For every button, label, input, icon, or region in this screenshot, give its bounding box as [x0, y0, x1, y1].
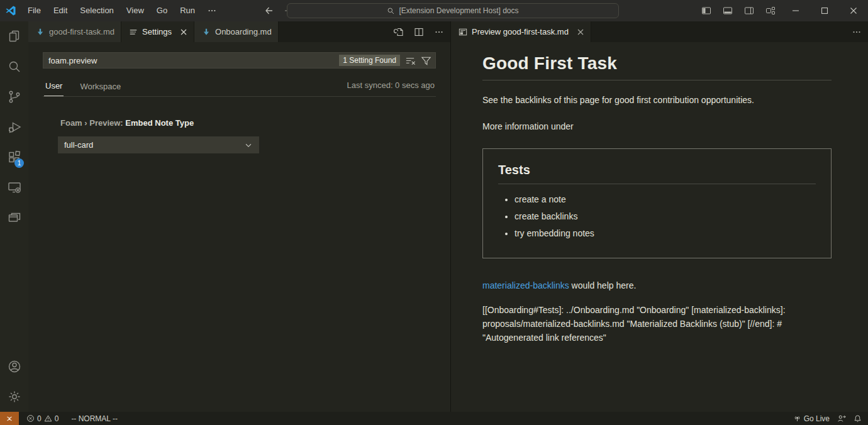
errors-icon — [26, 414, 35, 422]
tab-preview-good-first-task[interactable]: Preview good-first-task.md — [451, 21, 591, 42]
menu-run[interactable]: Run — [174, 3, 201, 18]
close-window-button[interactable] — [839, 0, 868, 21]
preview-paragraph: More information under — [482, 120, 832, 133]
settings-search-input[interactable]: foam.preview 1 Setting Found — [43, 52, 436, 69]
tab-good-first-task[interactable]: good-first-task.md — [28, 21, 121, 42]
link-suffix-text: would help here. — [569, 280, 637, 290]
toggle-primary-sidebar-icon[interactable] — [696, 0, 717, 21]
setting-embed-note-type: Foam › Preview: Embed Note Type full-car… — [60, 118, 436, 153]
warnings-icon — [44, 414, 52, 422]
minimize-button[interactable] — [781, 0, 810, 21]
go-live-label: Go Live — [804, 414, 830, 423]
tab-label: Onboarding.md — [215, 27, 272, 36]
more-actions-icon[interactable] — [431, 25, 447, 40]
scope-tab-workspace[interactable]: Workspace — [79, 79, 122, 96]
menu-overflow-icon[interactable] — [201, 6, 223, 15]
settings-search-value: foam.preview — [48, 56, 339, 65]
markdown-preview-pane: Good First Task See the backlinks of thi… — [451, 42, 868, 345]
list-item: try embedding notes — [515, 227, 816, 240]
chevron-down-icon — [244, 141, 253, 150]
link-paragraph: materialized-backlinks would help here. — [482, 279, 832, 292]
run-and-debug-icon[interactable] — [0, 112, 28, 142]
remote-indicator[interactable] — [0, 412, 19, 425]
menu-file[interactable]: File — [21, 3, 47, 18]
editor-group-right: Preview good-first-task.md Good First Ta… — [450, 21, 868, 412]
clear-settings-filter-icon[interactable] — [405, 55, 416, 66]
feedback-person-icon[interactable] — [833, 412, 850, 425]
command-center-label: [Extension Development Host] docs — [399, 6, 518, 15]
select-value: full-card — [64, 140, 93, 150]
tab-label: Settings — [142, 27, 172, 36]
extensions-badge: 1 — [14, 158, 24, 168]
menu-go[interactable]: Go — [150, 3, 174, 18]
problems-status[interactable]: 0 0 — [23, 412, 62, 425]
scope-tab-user[interactable]: User — [44, 79, 64, 96]
preview-heading: Good First Task — [482, 53, 832, 80]
notifications-bell-icon[interactable] — [850, 412, 868, 425]
preview-paragraph: See the backlinks of this page for good … — [482, 94, 832, 107]
tab-bar-right: Preview good-first-task.md — [451, 21, 868, 42]
tab-settings[interactable]: Settings — [121, 21, 194, 42]
toggle-secondary-sidebar-icon[interactable] — [738, 0, 760, 21]
markdown-file-icon — [36, 28, 45, 36]
list-item: create a note — [515, 193, 816, 206]
status-bar: 0 0 -- NORMAL -- Go Live — [0, 412, 868, 425]
tab-label: good-first-task.md — [49, 27, 114, 36]
back-arrow-icon[interactable] — [264, 6, 274, 16]
markdown-file-icon — [202, 28, 211, 36]
tab-onboarding[interactable]: Onboarding.md — [194, 21, 279, 42]
command-center-search[interactable]: [Extension Development Host] docs — [287, 3, 619, 18]
embedded-note-heading: Tests — [498, 163, 816, 184]
settings-scope-row: User Workspace Last synced: 0 secs ago — [43, 79, 436, 97]
go-live-button[interactable]: Go Live — [789, 412, 833, 425]
embedded-note-card: Tests create a note create backlinks try… — [482, 148, 832, 258]
maximize-button[interactable] — [810, 0, 839, 21]
link-references-paragraph: [[Onboarding#Tests]: ../Onboarding.md "O… — [482, 303, 835, 345]
manage-settings-gear-icon[interactable] — [0, 382, 28, 412]
markdown-preview-icon — [459, 28, 467, 36]
errors-count: 0 — [37, 414, 42, 423]
embedded-note-list: create a note create backlinks try embed… — [498, 193, 816, 240]
extensions-icon[interactable]: 1 — [0, 142, 28, 172]
materialized-backlinks-link[interactable]: materialized-backlinks — [482, 280, 569, 290]
windows-view-icon[interactable] — [0, 202, 28, 233]
toggle-panel-icon[interactable] — [717, 0, 738, 21]
vim-mode-indicator[interactable]: -- NORMAL -- — [67, 412, 121, 425]
close-tab-icon[interactable] — [577, 28, 584, 36]
explorer-icon[interactable] — [0, 21, 28, 52]
accounts-icon[interactable] — [0, 351, 28, 382]
setting-category-label: Foam › Preview: — [60, 118, 125, 128]
source-control-icon[interactable] — [0, 82, 28, 112]
editor-group-left: good-first-task.md Settings Onboarding.m… — [28, 21, 450, 412]
search-view-icon[interactable] — [0, 52, 28, 82]
open-settings-json-icon[interactable] — [391, 25, 406, 40]
activity-bar: 1 — [0, 21, 28, 412]
menu-view[interactable]: View — [120, 3, 150, 18]
warnings-count: 0 — [55, 414, 59, 423]
menu-selection[interactable]: Selection — [74, 3, 120, 18]
tab-label: Preview good-first-task.md — [472, 27, 569, 36]
settings-list-icon — [129, 28, 138, 36]
filter-settings-icon[interactable] — [421, 55, 431, 66]
customize-layout-icon[interactable] — [760, 0, 781, 21]
title-bar: File Edit Selection View Go Run [Extensi… — [0, 0, 868, 21]
close-tab-icon[interactable] — [180, 28, 187, 36]
setting-name-label: Embed Note Type — [125, 118, 194, 128]
broadcast-icon — [793, 414, 801, 422]
vscode-logo-icon — [0, 5, 21, 16]
settings-editor: foam.preview 1 Setting Found User Worksp… — [28, 42, 450, 153]
tab-bar-left: good-first-task.md Settings Onboarding.m… — [28, 21, 450, 42]
split-editor-icon[interactable] — [411, 25, 426, 40]
search-icon — [387, 7, 395, 15]
more-actions-icon[interactable] — [849, 25, 864, 40]
list-item: create backlinks — [515, 210, 816, 223]
remote-explorer-icon[interactable] — [0, 172, 28, 202]
embed-note-type-select[interactable]: full-card — [58, 136, 259, 153]
settings-found-badge: 1 Setting Found — [339, 55, 400, 66]
last-synced-label: Last synced: 0 secs ago — [347, 80, 435, 95]
menu-edit[interactable]: Edit — [47, 3, 74, 18]
